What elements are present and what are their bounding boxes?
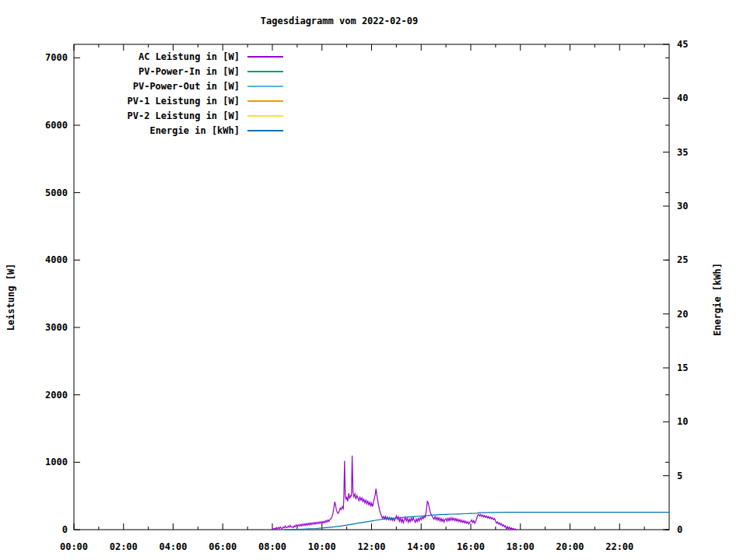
legend-label: PV-Power-In in [W] (47, 66, 247, 77)
svg-text:15: 15 (677, 362, 688, 373)
svg-text:00:00: 00:00 (60, 541, 88, 552)
svg-text:45: 45 (677, 39, 688, 50)
legend-row-pv-power-out: PV-Power-Out in [W] (47, 79, 283, 93)
svg-text:10:00: 10:00 (308, 541, 336, 552)
svg-text:0: 0 (677, 524, 682, 535)
svg-text:06:00: 06:00 (209, 541, 237, 552)
svg-text:1000: 1000 (45, 457, 68, 467)
svg-text:12:00: 12:00 (357, 541, 385, 552)
series-line-energie-in-kwh (285, 513, 669, 530)
svg-text:25: 25 (677, 254, 688, 265)
svg-text:20: 20 (677, 309, 688, 320)
svg-text:2000: 2000 (45, 390, 68, 401)
svg-text:4000: 4000 (45, 254, 68, 265)
svg-text:3000: 3000 (45, 322, 68, 333)
legend-line-swatch (247, 71, 283, 72)
svg-text:0: 0 (62, 524, 68, 535)
svg-text:08:00: 08:00 (258, 541, 286, 552)
svg-text:10: 10 (677, 416, 688, 427)
legend-line-swatch (247, 100, 283, 102)
svg-text:40: 40 (677, 93, 688, 103)
legend: AC Leistung in [W] PV-Power-In in [W] PV… (47, 49, 283, 138)
legend-line-swatch (247, 115, 283, 117)
y-axis-label-left: Leistung [W] (5, 264, 16, 331)
legend-row-pv2-leistung: PV-2 Leistung in [W] (47, 108, 283, 123)
svg-text:14:00: 14:00 (407, 541, 435, 552)
legend-line-swatch (247, 56, 283, 58)
svg-text:22:00: 22:00 (605, 541, 633, 552)
legend-label: PV-1 Leistung in [W] (47, 96, 247, 107)
svg-text:16:00: 16:00 (457, 541, 485, 552)
legend-row-pv-power-in: PV-Power-In in [W] (47, 64, 283, 79)
svg-text:04:00: 04:00 (159, 541, 187, 552)
legend-row-energie: Energie in [kWh] (47, 123, 283, 138)
legend-label: AC Leistung in [W] (47, 51, 247, 62)
chart-title: Tagesdiagramm vom 2022-02-09 (0, 16, 679, 26)
svg-text:02:00: 02:00 (110, 541, 138, 552)
legend-label: PV-Power-Out in [W] (47, 81, 247, 92)
svg-text:30: 30 (677, 201, 688, 212)
svg-text:5000: 5000 (45, 187, 68, 198)
legend-label: PV-2 Leistung in [W] (47, 110, 247, 121)
legend-row-ac-leistung: AC Leistung in [W] (47, 49, 283, 64)
legend-label: Energie in [kWh] (47, 125, 247, 136)
svg-text:35: 35 (677, 147, 688, 158)
daily-pv-chart: 00:0002:0004:0006:0008:0010:0012:0014:00… (0, 0, 747, 560)
legend-line-swatch (247, 86, 283, 87)
legend-row-pv1-leistung: PV-1 Leistung in [W] (47, 93, 283, 108)
y-axis-label-right: Energie [kWh] (712, 263, 723, 336)
legend-line-swatch (247, 130, 283, 131)
svg-text:5: 5 (677, 471, 682, 481)
svg-text:18:00: 18:00 (507, 541, 535, 552)
svg-text:20:00: 20:00 (556, 541, 584, 552)
